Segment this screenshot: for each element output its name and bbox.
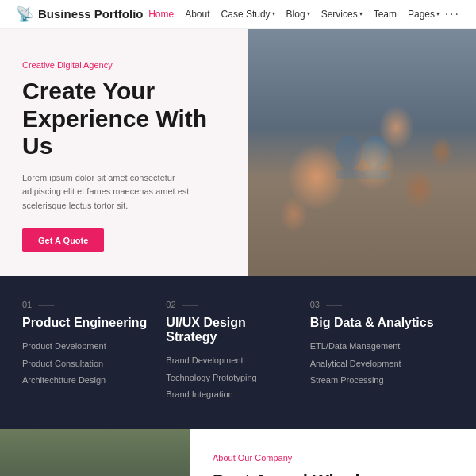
about-image <box>0 429 190 476</box>
service-col-2: 02 UI/UX Design Strategy Brand Developme… <box>166 300 309 405</box>
about-content: About Our Company Best Award Winning Cre… <box>190 429 476 476</box>
nav-item-casestudy[interactable]: Case Study ▾ <box>221 9 275 20</box>
service-item-3-3: Stream Processing <box>310 374 441 387</box>
chevron-down-icon: ▾ <box>272 10 275 17</box>
hero-image <box>248 29 476 276</box>
navbar: 📡 Business Portfolio Home About Case Stu… <box>0 0 476 29</box>
service-item-1-3: Architechtture Design <box>22 374 153 387</box>
nav-item-services[interactable]: Services ▾ <box>321 9 363 20</box>
brand-logo[interactable]: 📡 Business Portfolio <box>16 6 144 23</box>
nav-item-blog[interactable]: Blog ▾ <box>286 9 310 20</box>
about-title: Best Award Winning Creative Agency Shape… <box>213 470 435 476</box>
service-item-3-1: ETL/Data Management <box>310 340 441 353</box>
service-col-1: 01 Product Engineering Product Developme… <box>22 300 166 405</box>
service-title-1: Product Engineering <box>22 316 153 330</box>
hero-content: Creative Digital Agency Create Your Expe… <box>0 29 248 276</box>
hero-section: Creative Digital Agency Create Your Expe… <box>0 29 476 276</box>
brand-name: Business Portfolio <box>38 7 144 21</box>
hero-description: Lorem ipsum dolor sit amet consectetur a… <box>22 171 197 213</box>
service-item-2-3: Brand Integration <box>166 388 297 401</box>
service-item-2-1: Brand Development <box>166 354 297 367</box>
service-num-3: 03 <box>310 300 441 309</box>
brand-icon: 📡 <box>16 6 33 23</box>
service-num-1: 01 <box>22 300 153 309</box>
about-tag: About Our Company <box>213 453 454 463</box>
nav-menu: Home About Case Study ▾ Blog ▾ Services … <box>148 9 440 20</box>
service-item-2-2: Technology Prototyping <box>166 371 297 385</box>
service-item-1-2: Product Consultation <box>22 357 153 370</box>
service-title-3: Big Data & Analytics <box>310 316 441 330</box>
services-section: 01 Product Engineering Product Developme… <box>0 276 476 429</box>
service-col-3: 03 Big Data & Analytics ETL/Data Managem… <box>310 300 454 405</box>
nav-item-home[interactable]: Home <box>148 9 174 20</box>
hero-tag: Creative Digital Agency <box>22 60 229 70</box>
nav-item-team[interactable]: Team <box>374 9 397 20</box>
more-options-button[interactable]: ··· <box>445 7 460 21</box>
service-item-3-2: Analytical Development <box>310 357 441 370</box>
service-title-2: UI/UX Design Strategy <box>166 316 297 344</box>
chevron-down-icon: ▾ <box>436 10 440 17</box>
service-item-1-1: Product Development <box>22 340 153 353</box>
hero-image-placeholder <box>248 29 476 276</box>
chevron-down-icon: ▾ <box>359 10 363 17</box>
get-quote-button[interactable]: Get A Quote <box>22 228 104 252</box>
service-num-2: 02 <box>166 300 297 309</box>
hero-title: Create Your Experience With Us <box>22 78 229 160</box>
nav-item-about[interactable]: About <box>185 9 209 20</box>
nav-item-pages[interactable]: Pages ▾ <box>408 9 440 20</box>
about-section: About Our Company Best Award Winning Cre… <box>0 429 476 476</box>
chevron-down-icon: ▾ <box>307 10 310 17</box>
